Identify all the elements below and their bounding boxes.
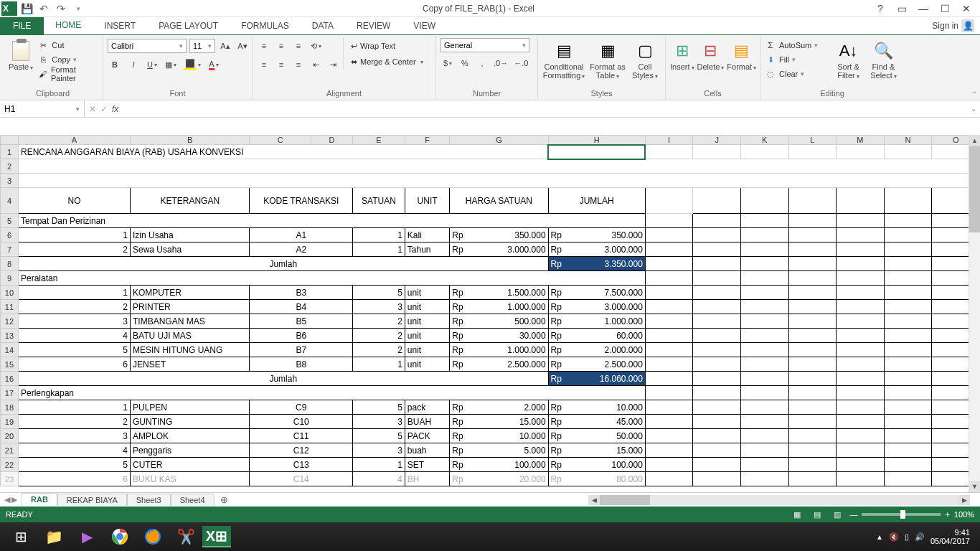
s2r4-sat[interactable]: 1 [353,458,405,472]
s1r4-harga[interactable]: Rp1.000.000 [450,343,548,357]
view-normal-icon[interactable]: ▦ [789,509,805,520]
s1r5-harga[interactable]: Rp2.500.000 [450,357,548,372]
sheet-tab-sheet4[interactable]: Sheet4 [171,494,215,506]
shrink-font-button[interactable]: A▾ [235,39,250,53]
s1r4-jum[interactable]: Rp2.000.000 [548,343,645,357]
enter-formula-icon[interactable]: ✓ [100,104,108,114]
row-6[interactable]: 6 1 Izin Usaha A1 1 Kali Rp350.000 Rp350… [1,228,980,242]
italic-button[interactable]: I [126,57,141,72]
media-player-icon[interactable]: ▶ [70,524,103,549]
row-header-11[interactable]: 11 [1,300,19,314]
s2r0-sat[interactable]: 5 [353,400,405,415]
grow-font-button[interactable]: A▴ [218,39,232,53]
s2r4-unit[interactable]: SET [405,458,449,472]
s2r2-kode[interactable]: C11 [250,429,353,443]
accounting-format-button[interactable]: $ [440,56,455,70]
row-header-17[interactable]: 17 [1,386,19,400]
s2r1-jum[interactable]: Rp45.000 [548,415,645,429]
s2r2-sat[interactable]: 5 [353,429,405,443]
row-1[interactable]: 1 RENCANA ANGGARAN BIAYA (RAB) USAHA KON… [1,145,980,159]
s2r4-no[interactable]: 5 [18,458,130,472]
zoom-slider[interactable] [862,513,941,516]
cancel-formula-icon[interactable]: ✕ [89,104,96,114]
cell-hdr-kode[interactable]: KODE TRANSAKSI [250,188,353,214]
s2r4-jum[interactable]: Rp100.000 [548,458,645,472]
view-page-break-icon[interactable]: ▥ [829,509,845,520]
s1r0-kode[interactable]: B3 [250,286,353,300]
col-E[interactable]: E [353,136,405,145]
zoom-value[interactable]: 100% [954,510,974,519]
s1r0-jum[interactable]: Rp7.500.000 [548,286,645,300]
row-20[interactable]: 20 3AMPLOKC115PACK Rp10.000 Rp50.000 [1,429,980,443]
s2r3-jum[interactable]: Rp15.000 [548,443,645,458]
insert-cells-button[interactable]: ⊞Insert [670,38,694,72]
s1r1-sat[interactable]: 3 [353,300,405,314]
s2r1-no[interactable]: 2 [18,415,130,429]
help-button[interactable]: ? [871,1,890,16]
s0r1-sat[interactable]: 1 [353,242,405,257]
s2r1-kode[interactable]: C10 [250,415,353,429]
s2r3-unit[interactable]: buah [405,443,449,458]
s2r5-sat[interactable]: 4 [353,472,405,486]
s0-jumlah[interactable]: Rp3.350.000 [548,257,645,271]
scroll-down-icon[interactable]: ▼ [969,481,980,492]
s2r5-ket[interactable]: BUKU KAS [131,472,250,486]
s2r0-unit[interactable]: pack [405,400,449,415]
collapse-ribbon-button[interactable]: ⌃ [971,90,977,98]
s1r2-jum[interactable]: Rp1.000.000 [548,314,645,329]
merge-center-button[interactable]: ⬌Merge & Center [348,54,426,70]
font-size-select[interactable]: 11▾ [189,39,215,53]
orientation-button[interactable]: ⟲ [308,39,323,53]
s2r2-unit[interactable]: PACK [405,429,449,443]
s1r1-no[interactable]: 2 [18,300,130,314]
cell-hdr-ket[interactable]: KETERANGAN [131,188,250,214]
row-12[interactable]: 12 3TIMBANGAN MASB52unit Rp500.000 Rp1.0… [1,314,980,329]
align-left-button[interactable]: ≡ [257,57,271,72]
s1r2-kode[interactable]: B5 [250,314,353,329]
fx-button[interactable]: fx [112,104,118,114]
find-select-button[interactable]: 🔍Find & Select [867,38,900,81]
cell-hdr-harga[interactable]: HARGA SATUAN [450,188,548,214]
col-C[interactable]: C [250,136,311,145]
cell-hdr-no[interactable]: NO [18,188,130,214]
row-header-15[interactable]: 15 [1,357,19,372]
format-painter-button[interactable]: 🖌Format Painter [37,67,98,81]
hscroll-left-icon[interactable]: ◀ [588,495,600,505]
s1r3-jum[interactable]: Rp60.000 [548,329,645,343]
clear-button[interactable]: ◌Clear▾ [765,67,829,81]
s1r5-ket[interactable]: JENSET [131,357,250,372]
col-H[interactable]: H [548,136,645,145]
s1-jumlah-label[interactable]: Jumlah [18,372,548,386]
row-21[interactable]: 21 4PenggarisC123buah Rp5.000 Rp15.000 [1,443,980,458]
s2r0-harga[interactable]: Rp2.000 [450,400,548,415]
s1r4-ket[interactable]: MESIN HITUNG UANG [131,343,250,357]
row-header-14[interactable]: 14 [1,343,19,357]
sheet-nav-next-icon[interactable]: ▶ [11,495,17,504]
column-headers[interactable]: A B C D E F G H I J K L M N O [1,136,980,145]
cell-hdr-satuan[interactable]: SATUAN [353,188,405,214]
tab-data[interactable]: DATA [301,17,345,34]
row-header-9[interactable]: 9 [1,271,19,286]
zoom-in-button[interactable]: + [945,510,949,519]
row-4[interactable]: 4 NO KETERANGAN KODE TRANSAKSI SATUAN UN… [1,188,980,214]
tab-home[interactable]: HOME [44,17,93,34]
s1r5-kode[interactable]: B8 [250,357,353,372]
increase-decimal-button[interactable]: .0→ [492,56,509,70]
s1r3-harga[interactable]: Rp30.000 [450,329,548,343]
row-header-5[interactable]: 5 [1,214,19,228]
align-bottom-button[interactable]: ≡ [291,39,306,53]
increase-indent-button[interactable]: ⇥ [326,57,340,72]
volume-icon[interactable]: 🔊 [915,532,925,542]
section-0-label[interactable]: Tempat Dan Perizinan [18,214,645,228]
row-header-2[interactable]: 2 [1,159,19,174]
bold-button[interactable]: B [108,57,122,72]
fill-color-button[interactable]: ⬛ [182,57,202,72]
font-name-select[interactable]: Calibri▾ [108,39,187,53]
decrease-decimal-button[interactable]: ←.0 [512,56,529,70]
s2r0-ket[interactable]: PULPEN [131,400,250,415]
vscroll-thumb[interactable] [969,146,980,232]
s2r1-unit[interactable]: BUAH [405,415,449,429]
font-color-button[interactable]: A [207,57,221,72]
borders-button[interactable]: ▦ [164,57,178,72]
row-header-4[interactable]: 4 [1,188,19,214]
